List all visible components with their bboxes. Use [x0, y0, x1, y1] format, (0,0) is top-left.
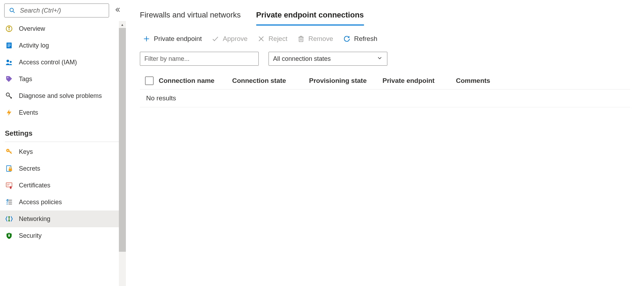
filter-by-name-input[interactable] [140, 52, 259, 66]
table-header-row: Connection name Connection state Provisi… [140, 72, 630, 90]
security-icon [5, 231, 13, 240]
sidebar-search-input[interactable] [20, 7, 105, 14]
sidebar: ▴ Overview Activity log Access control (… [0, 0, 126, 286]
svg-rect-7 [7, 45, 10, 45]
diagnose-icon [5, 92, 13, 100]
svg-line-1 [13, 12, 15, 13]
no-results-row: No results [140, 90, 630, 107]
svg-rect-27 [7, 204, 8, 205]
svg-rect-15 [9, 151, 12, 154]
column-connection-name[interactable]: Connection name [159, 77, 232, 85]
sidebar-item-access-control[interactable]: Access control (IAM) [0, 54, 126, 71]
svg-rect-8 [7, 47, 9, 47]
overview-icon [5, 24, 13, 33]
sidebar-item-label: Activity log [19, 42, 49, 49]
svg-point-0 [10, 8, 13, 12]
keys-icon [5, 148, 13, 156]
toolbar-label: Remove [308, 35, 333, 43]
sidebar-item-events[interactable]: Events [0, 104, 126, 121]
scroll-up-arrow[interactable]: ▴ [119, 21, 126, 28]
toolbar-label: Private endpoint [154, 35, 202, 43]
x-icon [257, 35, 265, 43]
sidebar-search-box[interactable] [4, 3, 109, 17]
svg-point-10 [10, 61, 12, 63]
svg-point-14 [7, 150, 8, 151]
approve-button: Approve [212, 35, 248, 43]
sidebar-item-diagnose[interactable]: Diagnose and solve problems [0, 87, 126, 104]
select-value: All connection states [273, 55, 331, 63]
sidebar-item-access-policies[interactable]: Access policies [0, 194, 126, 210]
toolbar-label: Refresh [354, 35, 378, 43]
reject-button: Reject [257, 35, 287, 43]
sidebar-item-certificates[interactable]: Certificates [0, 177, 126, 194]
svg-point-28 [8, 216, 10, 217]
sidebar-item-label: Secrets [19, 165, 40, 172]
sidebar-item-label: Keys [19, 148, 33, 156]
svg-rect-36 [299, 37, 303, 42]
svg-point-9 [7, 60, 9, 62]
svg-rect-31 [8, 235, 10, 237]
sidebar-nav: Overview Activity log Access control (IA… [0, 20, 126, 286]
sidebar-item-networking[interactable]: Networking [0, 210, 126, 227]
sidebar-item-label: Diagnose and solve problems [19, 92, 102, 100]
networking-icon [5, 215, 13, 223]
section-divider [5, 142, 121, 142]
collapse-sidebar-button[interactable] [113, 7, 122, 14]
toolbar-label: Approve [223, 35, 248, 43]
tags-icon [5, 75, 13, 83]
svg-rect-24 [8, 202, 12, 202]
toolbar: Private endpoint Approve Reject Remove [143, 35, 630, 43]
remove-button: Remove [297, 35, 333, 43]
tab-strip: Firewalls and virtual networks Private e… [140, 7, 630, 26]
sidebar-item-activity-log[interactable]: Activity log [0, 37, 126, 54]
search-icon [8, 6, 16, 15]
sidebar-item-label: Access control (IAM) [19, 59, 77, 66]
svg-point-11 [7, 77, 8, 78]
sidebar-item-label: Events [19, 109, 38, 116]
plus-icon [143, 35, 150, 43]
sidebar-item-keys[interactable]: Keys [0, 143, 126, 160]
column-provisioning-state[interactable]: Provisioning state [309, 77, 382, 85]
sidebar-item-tags[interactable]: Tags [0, 71, 126, 87]
main-content: Firewalls and virtual networks Private e… [126, 0, 644, 286]
refresh-icon [343, 35, 351, 43]
svg-point-29 [8, 220, 10, 221]
svg-rect-4 [9, 28, 9, 30]
chevron-down-icon [377, 55, 383, 63]
connection-state-select[interactable]: All connection states [269, 52, 387, 66]
column-connection-state[interactable]: Connection state [232, 77, 309, 85]
sidebar-item-label: Networking [19, 215, 50, 223]
tab-firewalls[interactable]: Firewalls and virtual networks [140, 7, 241, 26]
sidebar-item-label: Tags [19, 76, 32, 83]
column-private-endpoint[interactable]: Private endpoint [382, 77, 456, 85]
check-icon [212, 35, 219, 43]
select-all-checkbox[interactable] [145, 77, 153, 85]
svg-point-12 [6, 93, 9, 96]
certificates-icon [5, 181, 13, 190]
svg-rect-19 [6, 183, 12, 187]
scrollbar-thumb[interactable] [119, 28, 126, 252]
sidebar-item-secrets[interactable]: Secrets [0, 160, 126, 177]
sidebar-item-label: Security [19, 232, 42, 239]
svg-point-3 [8, 27, 10, 28]
toolbar-label: Reject [269, 35, 287, 43]
events-icon [5, 108, 13, 117]
svg-rect-6 [7, 44, 10, 44]
column-comments[interactable]: Comments [456, 77, 505, 85]
iam-icon [5, 58, 13, 66]
svg-rect-23 [8, 200, 12, 201]
sidebar-item-security[interactable]: Security [0, 227, 126, 244]
svg-rect-20 [7, 184, 10, 184]
sidebar-item-label: Access policies [19, 199, 62, 206]
activity-log-icon [5, 41, 13, 50]
svg-rect-21 [7, 185, 9, 185]
secrets-icon [5, 164, 13, 173]
sidebar-item-label: Overview [19, 25, 45, 33]
sidebar-item-overview[interactable]: Overview [0, 20, 126, 37]
svg-rect-26 [7, 202, 8, 202]
refresh-button[interactable]: Refresh [343, 35, 378, 43]
add-private-endpoint-button[interactable]: Private endpoint [143, 35, 202, 43]
trash-icon [297, 35, 305, 43]
tab-private-endpoints[interactable]: Private endpoint connections [256, 7, 364, 26]
access-policies-icon [5, 198, 13, 206]
